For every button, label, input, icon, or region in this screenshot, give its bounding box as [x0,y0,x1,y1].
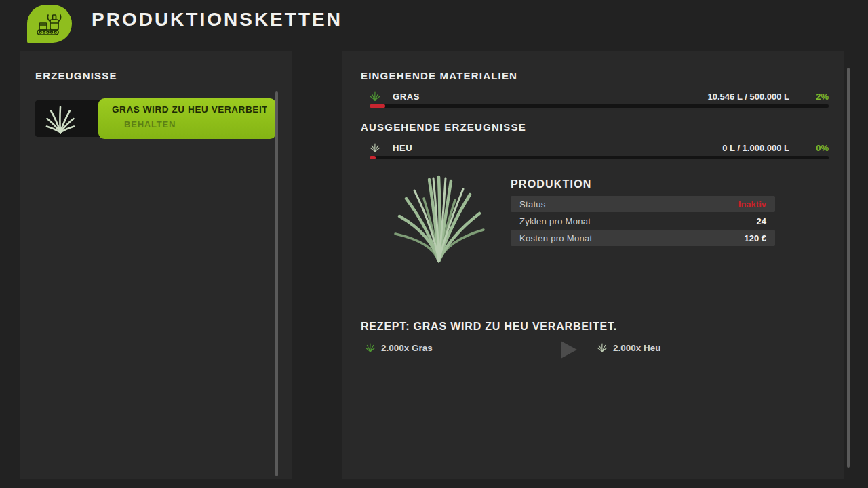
recipe-input-label: 2.000x Gras [381,343,433,353]
right-panel-scrollbar[interactable] [847,68,850,468]
costs-value: 120 € [744,233,766,243]
production-chains-icon [27,5,72,43]
recipe-output: 2.000x Heu [597,342,661,353]
production-list-item[interactable]: GRAS WIRD ZU HEU VERARBEITET. BEHALTEN [35,98,273,139]
production-detail-panel: EINGEHENDE MATERIALIEN GRAS 10.546 L / 5… [342,51,844,479]
material-percent: 0% [789,143,829,153]
outgoing-products-title: AUSGEHENDE ERZEUGNISSE [361,121,526,133]
table-row-costs: Kosten pro Monat 120 € [511,230,775,246]
production-tag-action: BEHALTEN [124,119,267,129]
material-amount: 0 L / 1.000.000 L [722,143,789,153]
left-panel-scrollbar[interactable] [275,92,278,476]
material-row-gras[interactable]: GRAS 10.546 L / 500.000 L 2% [370,89,829,104]
grass-image [45,103,76,134]
table-row-status: Status Inaktiv [511,196,775,212]
production-tag-label: GRAS WIRD ZU HEU VERARBEITET. [112,104,267,115]
gras-fill-bar [370,104,829,108]
row-label: Status [519,199,546,209]
material-name: GRAS [393,92,420,102]
heu-icon [370,142,380,153]
production-table: Status Inaktiv Zyklen pro Monat 24 Koste… [511,196,775,247]
productions-screen: PRODUKTIONSKETTEN ERZEUGNISSE GRAS WIRD … [0,0,868,488]
products-panel: ERZEUGNISSE GRAS WIRD ZU HEU VERARBEITET… [20,51,292,479]
row-label: Kosten pro Monat [519,233,592,243]
recipe-output-label: 2.000x Heu [613,343,661,353]
material-percent: 2% [789,92,829,102]
section-divider [370,169,829,169]
heu-icon [597,342,608,353]
grass-plant-image [384,171,493,266]
material-amount: 10.546 L / 500.000 L [708,92,789,102]
incoming-materials-title: EINGEHENDE MATERIALIEN [361,70,517,81]
row-label: Zyklen pro Monat [519,216,591,226]
material-name: HEU [393,143,412,153]
cycles-value: 24 [757,216,766,226]
factory-conveyor-icon [35,10,64,37]
selected-production-tag[interactable]: GRAS WIRD ZU HEU VERARBEITET. BEHALTEN [98,98,276,139]
recipe-row: 2.000x Gras 2.000x Heu [361,341,822,359]
arrow-right-icon [561,341,577,359]
table-row-cycles: Zyklen pro Monat 24 [511,213,775,229]
products-panel-title: ERZEUGNISSE [35,70,117,81]
recipe-title: REZEPT: GRAS WIRD ZU HEU VERARBEITET. [361,321,617,333]
heu-fill-bar [370,156,829,159]
heu-fill-level [370,156,376,159]
material-row-heu[interactable]: HEU 0 L / 1.000.000 L 0% [370,140,829,155]
recipe-input: 2.000x Gras [365,342,433,353]
production-title: PRODUKTION [511,178,592,190]
gras-icon [365,342,376,353]
page-title: PRODUKTIONSKETTEN [92,9,342,30]
status-value: Inaktiv [738,199,766,209]
gras-icon [370,91,380,102]
gras-fill-level [370,104,385,108]
